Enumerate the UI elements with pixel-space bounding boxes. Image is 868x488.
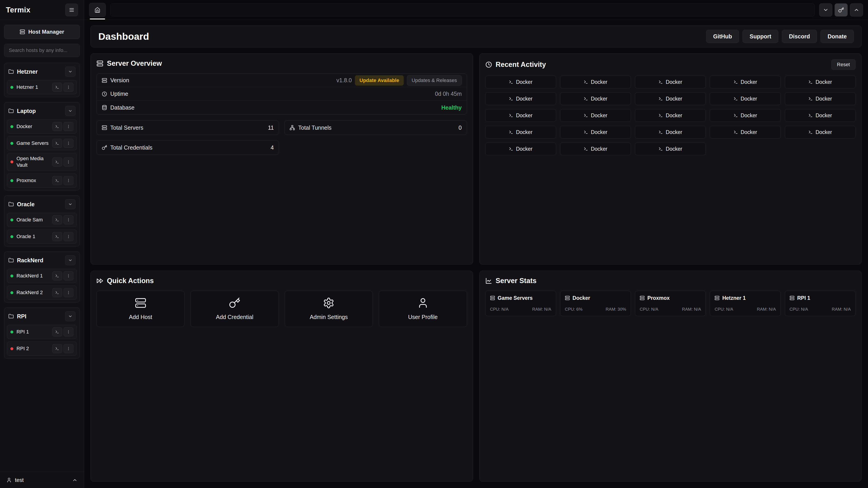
activity-item-button[interactable]: Docker xyxy=(710,109,780,122)
activity-item-button[interactable]: Docker xyxy=(785,76,856,88)
folder-header[interactable]: Laptop xyxy=(7,105,77,117)
activity-item-button[interactable]: Docker xyxy=(485,76,556,88)
host-terminal-button[interactable] xyxy=(52,344,62,353)
host-menu-button[interactable] xyxy=(64,83,73,92)
host-menu-button[interactable] xyxy=(64,271,73,281)
host-terminal-button[interactable] xyxy=(52,215,62,224)
terminal-icon xyxy=(509,96,513,101)
activity-item-button[interactable]: Docker xyxy=(485,109,556,122)
activity-item-button[interactable]: Docker xyxy=(635,76,706,88)
host-search-input[interactable] xyxy=(4,44,80,57)
host-menu-button[interactable] xyxy=(64,327,73,336)
reset-button[interactable]: Reset xyxy=(831,59,856,70)
status-dot xyxy=(10,291,13,294)
folder-icon xyxy=(8,201,14,207)
header-link-github[interactable]: GitHub xyxy=(706,30,739,43)
folder-collapse-button[interactable] xyxy=(65,311,75,321)
activity-item-button[interactable]: Docker xyxy=(560,92,631,105)
host-item-game-servers[interactable]: Game Servers xyxy=(7,136,77,150)
user-menu[interactable]: test xyxy=(0,472,84,488)
activity-item-button[interactable]: Docker xyxy=(635,109,706,122)
activity-item-button[interactable]: Docker xyxy=(485,126,556,138)
host-menu-button[interactable] xyxy=(64,215,73,224)
host-menu-button[interactable] xyxy=(64,122,73,131)
activity-item-button[interactable]: Docker xyxy=(485,92,556,105)
host-menu-button[interactable] xyxy=(64,158,73,166)
host-menu-button[interactable] xyxy=(64,176,73,185)
header-link-discord[interactable]: Discord xyxy=(782,30,817,43)
host-menu-button[interactable] xyxy=(64,232,73,241)
server-icon xyxy=(789,295,795,300)
host-terminal-button[interactable] xyxy=(52,232,62,241)
activity-item-label: Docker xyxy=(516,146,532,152)
quick-action-add-host[interactable]: Add Host xyxy=(96,291,184,327)
folder-collapse-button[interactable] xyxy=(65,199,75,209)
activity-item-button[interactable]: Docker xyxy=(635,126,706,138)
host-item-docker[interactable]: Docker xyxy=(7,120,77,133)
host-menu-button[interactable] xyxy=(64,288,73,297)
activity-item-button[interactable]: Docker xyxy=(785,126,856,138)
host-actions xyxy=(52,122,73,131)
sidebar-toggle-button[interactable] xyxy=(65,4,78,16)
host-item-hetzner-1[interactable]: Hetzner 1 xyxy=(7,80,77,94)
folder-name: RPI xyxy=(17,313,62,320)
quick-action-user-profile[interactable]: User Profile xyxy=(379,291,467,327)
host-terminal-button[interactable] xyxy=(52,139,62,148)
activity-item-button[interactable]: Docker xyxy=(785,109,856,122)
tabbar-key-button[interactable] xyxy=(835,3,848,17)
folder-collapse-button[interactable] xyxy=(65,106,75,116)
version-value: v1.8.0 xyxy=(336,77,352,84)
host-item-rpi-2[interactable]: RPI 2 xyxy=(7,341,77,356)
host-menu-button[interactable] xyxy=(64,344,73,353)
header-link-support[interactable]: Support xyxy=(743,30,778,43)
tabs-scroll-down-button[interactable] xyxy=(819,3,832,17)
activity-item-button[interactable]: Docker xyxy=(560,76,631,88)
activity-item-button[interactable]: Docker xyxy=(485,142,556,155)
activity-item-button[interactable]: Docker xyxy=(635,92,706,105)
host-actions xyxy=(52,158,73,166)
terminal-icon xyxy=(808,80,813,84)
host-terminal-button[interactable] xyxy=(52,122,62,131)
activity-item-button[interactable]: Docker xyxy=(710,126,780,138)
quick-action-admin-settings[interactable]: Admin Settings xyxy=(285,291,373,327)
host-menu-button[interactable] xyxy=(64,139,73,148)
activity-item-button[interactable]: Docker xyxy=(635,142,706,155)
activity-item-button[interactable]: Docker xyxy=(710,92,780,105)
host-terminal-button[interactable] xyxy=(52,271,62,281)
tab-home[interactable] xyxy=(89,3,106,17)
updates-releases-button[interactable]: Updates & Releases xyxy=(407,75,462,86)
host-item-rpi-1[interactable]: RPI 1 xyxy=(7,325,77,339)
folder-header[interactable]: RackNerd xyxy=(7,254,77,266)
folder-collapse-button[interactable] xyxy=(65,255,75,265)
header-link-donate[interactable]: Donate xyxy=(820,30,854,43)
activity-item-button[interactable]: Docker xyxy=(560,109,631,122)
folder-collapse-button[interactable] xyxy=(65,67,75,76)
host-terminal-button[interactable] xyxy=(52,83,62,92)
host-name: Docker xyxy=(17,123,49,130)
activity-item-button[interactable]: Docker xyxy=(785,92,856,105)
activity-item-label: Docker xyxy=(516,129,532,135)
folder-header[interactable]: Oracle xyxy=(7,198,77,210)
host-item-proxmox[interactable]: Proxmox xyxy=(7,173,77,188)
activity-item-button[interactable]: Docker xyxy=(560,142,631,155)
host-manager-button[interactable]: Host Manager xyxy=(4,25,80,39)
host-item-oracle-1[interactable]: Oracle 1 xyxy=(7,230,77,243)
folder-header[interactable]: Hetzner xyxy=(7,66,77,77)
host-terminal-button[interactable] xyxy=(52,158,62,166)
host-item-racknerd-2[interactable]: RackNerd 2 xyxy=(7,286,77,300)
activity-item-button[interactable]: Docker xyxy=(710,76,780,88)
stat-value: 0 xyxy=(459,125,462,131)
host-item-oracle-sam[interactable]: Oracle Sam xyxy=(7,213,77,227)
host-terminal-button[interactable] xyxy=(52,176,62,185)
folder-icon xyxy=(8,108,14,113)
host-terminal-button[interactable] xyxy=(52,327,62,336)
quick-action-label: Admin Settings xyxy=(310,314,348,320)
host-terminal-button[interactable] xyxy=(52,288,62,297)
activity-item-button[interactable]: Docker xyxy=(560,126,631,138)
panel-title: Quick Actions xyxy=(107,277,154,285)
quick-action-add-credential[interactable]: Add Credential xyxy=(191,291,278,327)
tabs-scroll-up-button[interactable] xyxy=(850,3,863,17)
host-item-racknerd-1[interactable]: RackNerd 1 xyxy=(7,269,77,283)
host-item-open-media-vault[interactable]: Open Media Vault xyxy=(7,153,77,171)
folder-header[interactable]: RPI xyxy=(7,311,77,322)
